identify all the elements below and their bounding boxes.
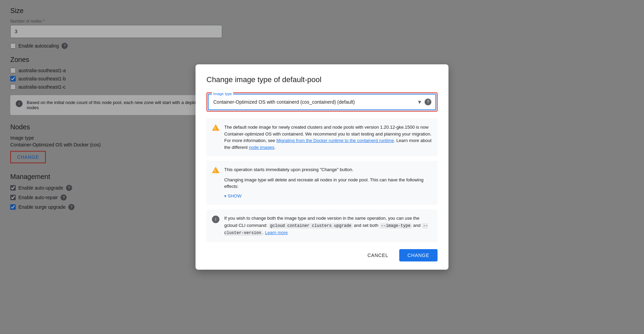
info-circle-icon: i bbox=[212, 216, 219, 223]
modal-change-button[interactable]: CHANGE bbox=[399, 249, 438, 261]
info-text: If you wish to change both the image typ… bbox=[224, 215, 432, 236]
cancel-button[interactable]: CANCEL bbox=[361, 249, 395, 261]
select-help-icon[interactable]: ? bbox=[425, 99, 431, 105]
image-type-select-wrapper: Image type Container-Optimized OS with c… bbox=[206, 92, 438, 112]
warning-text-1: The default node image for newly created… bbox=[224, 124, 432, 151]
migrating-link[interactable]: Migrating from the Docker runtime to the… bbox=[276, 138, 394, 143]
warning-text-2: This operation starts immediately upon p… bbox=[224, 166, 432, 199]
learn-more-link[interactable]: Learn more bbox=[265, 230, 287, 235]
show-link[interactable]: ▾ SHOW bbox=[224, 193, 432, 200]
warning-text-end: . bbox=[274, 145, 276, 150]
warning-line1: This operation starts immediately upon p… bbox=[224, 166, 432, 173]
image-type-select-inner: Image type Container-Optimized OS with c… bbox=[208, 94, 436, 110]
image-type-select-label: Image type bbox=[212, 92, 233, 96]
info-box-modal: i If you wish to change both the image t… bbox=[206, 209, 438, 242]
modal-overlay: Change image type of default-pool Image … bbox=[0, 0, 644, 334]
modal-title: Change image type of default-pool bbox=[206, 75, 438, 84]
info-line3: and bbox=[412, 223, 422, 228]
warning-box-2: This operation starts immediately upon p… bbox=[206, 161, 438, 205]
show-chevron-icon: ▾ bbox=[224, 193, 226, 199]
warning-line2: Changing image type will delete and recr… bbox=[224, 177, 432, 190]
info-code2: --image-type bbox=[380, 223, 412, 229]
warning-triangle-icon-1 bbox=[212, 124, 219, 132]
show-label[interactable]: SHOW bbox=[228, 193, 241, 200]
warning-triangle-icon-2 bbox=[212, 167, 219, 174]
info-code1: gcloud container clusters upgrade bbox=[269, 223, 353, 229]
image-type-select[interactable]: Container-Optimized OS with containerd (… bbox=[209, 94, 435, 110]
modal-dialog: Change image type of default-pool Image … bbox=[196, 64, 448, 269]
node-images-link[interactable]: node images bbox=[249, 145, 274, 150]
warning-box-1: The default node image for newly created… bbox=[206, 118, 438, 156]
modal-footer: CANCEL CHANGE bbox=[206, 249, 438, 261]
info-line2: and set both bbox=[353, 223, 380, 228]
